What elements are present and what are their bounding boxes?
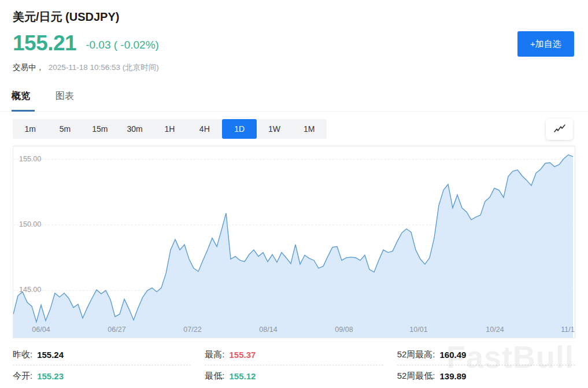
area-fill <box>13 155 573 338</box>
price-change: -0.03 ( -0.02%) <box>86 39 159 54</box>
tab-bar-divider <box>0 111 588 112</box>
stat-value: 155.12 <box>230 371 256 381</box>
x-axis-label: 08/14 <box>259 326 277 334</box>
stat-label: 52周最低: <box>397 371 435 382</box>
stat-label: 今开: <box>13 371 32 382</box>
stat-label: 最低: <box>205 371 224 382</box>
timeframe-1d[interactable]: 1D <box>222 119 257 139</box>
quote-timestamp: 2025-11-18 10:56:53 (北京时间) <box>49 63 159 72</box>
stat-label: 52周最高: <box>397 349 435 360</box>
timeframe-4h[interactable]: 4H <box>187 119 222 139</box>
stat-label: 昨收: <box>13 349 32 360</box>
stat-value: 155.24 <box>37 350 64 360</box>
x-axis-label: 10/24 <box>486 326 504 334</box>
price-row: 155.21 -0.03 ( -0.02%) <box>13 32 159 54</box>
stat-row: 52周最低:139.89 <box>397 365 575 387</box>
x-axis-label: 06/04 <box>32 326 50 334</box>
y-axis-label: 150.00 <box>19 220 41 228</box>
tab-chart[interactable]: 图表 <box>56 90 74 112</box>
stat-row: 昨收:155.24 <box>13 344 191 365</box>
page-title: 美元/日元 (USDJPY) <box>13 9 119 25</box>
x-axis-label: 06/27 <box>108 326 125 334</box>
line-chart-icon <box>553 124 567 135</box>
price-chart[interactable]: 155.00150.00145.0006/0406/2707/2208/1409… <box>13 146 575 338</box>
stats-column: 最高:155.37最低:155.12 <box>205 344 383 387</box>
stats-column: 52周最高:160.4952周最低:139.89 <box>397 344 575 387</box>
timeframe-1w[interactable]: 1W <box>257 119 291 139</box>
timeframe-5m[interactable]: 5m <box>47 119 82 139</box>
stats-column: 昨收:155.24今开:155.23 <box>13 344 191 387</box>
stat-value: 160.49 <box>440 350 467 360</box>
x-axis-label: 09/08 <box>335 326 353 334</box>
timeframe-30m[interactable]: 30m <box>117 119 152 139</box>
active-tab-underline <box>12 110 35 112</box>
stat-value: 155.23 <box>37 371 64 381</box>
y-axis-label: 145.00 <box>19 286 41 294</box>
stat-value: 139.89 <box>440 371 467 381</box>
tab-overview[interactable]: 概览 <box>12 90 30 112</box>
x-axis-label: 10/01 <box>409 326 427 334</box>
stat-value: 155.37 <box>230 350 256 360</box>
x-axis-label: 07/22 <box>183 326 201 334</box>
stat-row: 最低:155.12 <box>205 365 383 387</box>
timeframe-1m[interactable]: 1m <box>13 119 47 139</box>
stat-row: 今开:155.23 <box>13 365 191 387</box>
stat-label: 最高: <box>205 349 224 360</box>
chart-type-button[interactable] <box>546 119 573 140</box>
stat-row: 最高:155.37 <box>205 344 383 365</box>
timeframe-1m[interactable]: 1M <box>292 119 327 139</box>
market-status: 交易中， <box>13 63 44 72</box>
usdjpy-quote-page: 美元/日元 (USDJPY) 155.21 -0.03 ( -0.02%) 交易… <box>0 0 588 388</box>
chart-canvas <box>13 146 575 338</box>
add-watchlist-button[interactable]: +加自选 <box>517 31 574 57</box>
tab-bar: 概览 图表 <box>12 90 99 112</box>
timeframe-15m[interactable]: 15m <box>83 119 117 139</box>
current-price: 155.21 <box>13 32 76 54</box>
timeframe-bar: 1m5m15m30m1H4H1D1W1M <box>13 119 327 139</box>
x-axis-label: 11/1 <box>561 326 574 334</box>
y-axis-label: 155.00 <box>19 155 41 163</box>
stats-grid: 昨收:155.24今开:155.23最高:155.37最低:155.1252周最… <box>13 344 575 387</box>
stat-row: 52周最高:160.49 <box>397 344 575 365</box>
timeframe-1h[interactable]: 1H <box>152 119 187 139</box>
market-status-row: 交易中， 2025-11-18 10:56:53 (北京时间) <box>13 62 159 73</box>
